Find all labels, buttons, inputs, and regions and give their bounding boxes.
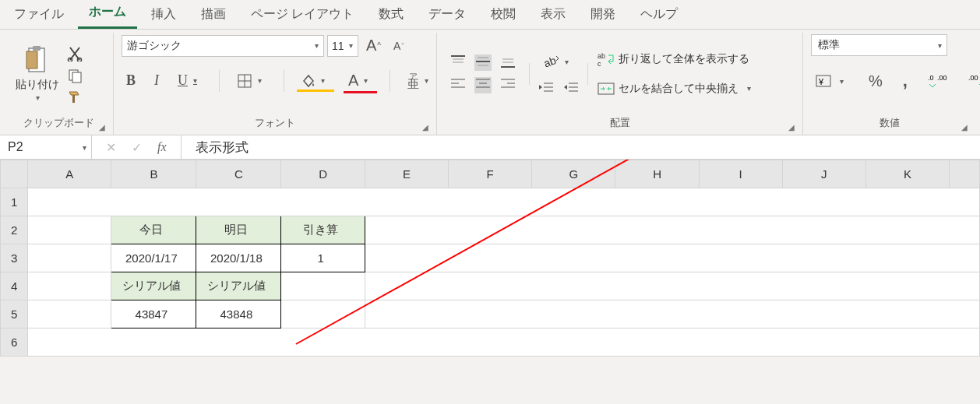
number-dialog-launcher-icon[interactable]: ◢ xyxy=(961,123,968,132)
cell[interactable] xyxy=(281,300,365,328)
decrease-decimal-icon[interactable]: .00.0 xyxy=(964,71,980,91)
col-header[interactable]: K xyxy=(865,160,949,188)
tab-developer[interactable]: 開発 xyxy=(580,2,626,29)
format-painter-icon[interactable] xyxy=(67,90,83,105)
cell[interactable] xyxy=(365,300,979,328)
row-header[interactable]: 6 xyxy=(1,328,28,357)
align-center-icon[interactable] xyxy=(474,77,492,93)
cancel-formula-icon[interactable]: ✕ xyxy=(98,137,124,158)
font-name-select[interactable]: 游ゴシック ▾ xyxy=(122,35,324,57)
tab-file[interactable]: ファイル xyxy=(3,2,75,29)
cell-grid[interactable]: A B C D E F G H I J K 1 2 今日 明日 引き算 3 20… xyxy=(0,160,980,357)
col-header[interactable]: D xyxy=(281,160,365,188)
cell[interactable] xyxy=(28,188,980,216)
col-header[interactable]: G xyxy=(532,160,615,188)
cell[interactable]: 2020/1/18 xyxy=(196,244,281,272)
paste-dropdown-icon[interactable]: ▾ xyxy=(31,93,44,102)
orientation-button[interactable]: ab▾ xyxy=(538,51,580,72)
copy-icon[interactable] xyxy=(67,68,83,83)
italic-button[interactable]: I xyxy=(150,70,164,91)
col-header[interactable]: I xyxy=(699,160,782,188)
wrap-text-button[interactable]: abc 折り返して全体を表示する xyxy=(596,49,757,69)
tab-data[interactable]: データ xyxy=(418,2,477,29)
align-middle-icon[interactable] xyxy=(474,54,492,71)
cell[interactable] xyxy=(365,216,979,244)
cell[interactable]: 43847 xyxy=(111,300,196,328)
phonetic-guide-button[interactable]: ア亜 ▾ xyxy=(403,70,438,91)
increase-font-icon[interactable]: A^ xyxy=(361,34,386,57)
row-header[interactable]: 3 xyxy=(1,244,28,272)
cell[interactable] xyxy=(365,244,979,272)
paste-label[interactable]: 貼り付け xyxy=(16,78,59,92)
tab-home[interactable]: ホーム xyxy=(78,0,137,29)
cell[interactable] xyxy=(28,244,111,272)
cell[interactable]: 2020/1/17 xyxy=(111,244,196,272)
row-header[interactable]: 4 xyxy=(1,272,28,300)
col-header[interactable]: C xyxy=(196,160,281,188)
align-left-icon[interactable] xyxy=(449,77,467,93)
comma-button[interactable]: , xyxy=(898,69,912,93)
select-all-corner[interactable] xyxy=(1,160,28,188)
cell[interactable]: シリアル値 xyxy=(196,272,281,300)
worksheet[interactable]: A B C D E F G H I J K 1 2 今日 明日 引き算 3 20… xyxy=(0,160,980,357)
col-header[interactable]: B xyxy=(111,160,196,188)
decrease-indent-icon[interactable] xyxy=(538,80,555,97)
cell[interactable]: 43848 xyxy=(196,300,281,328)
cell[interactable] xyxy=(28,216,111,244)
font-size-select[interactable]: 11 ▾ xyxy=(327,35,358,57)
clipboard-dialog-launcher-icon[interactable]: ◢ xyxy=(99,123,105,132)
tab-review[interactable]: 校閲 xyxy=(480,2,527,29)
row-header[interactable]: 1 xyxy=(1,188,28,216)
number-format-value: 標準 xyxy=(818,38,840,52)
cell[interactable] xyxy=(281,272,365,300)
enter-formula-icon[interactable]: ✓ xyxy=(124,137,150,158)
align-right-icon[interactable] xyxy=(499,77,516,93)
cell[interactable] xyxy=(365,272,979,300)
increase-decimal-icon[interactable]: .0.00 xyxy=(923,71,953,91)
tab-help[interactable]: ヘルプ xyxy=(629,2,689,29)
col-header[interactable]: J xyxy=(782,160,865,188)
number-format-select[interactable]: 標準 ▾ xyxy=(811,34,947,56)
col-header[interactable]: E xyxy=(365,160,448,188)
row-header[interactable]: 5 xyxy=(1,300,28,328)
alignment-group: ab▾ abc 折り返して全体を表示する セルを結合して中央揃え ▾ 配 xyxy=(437,33,803,135)
fx-icon[interactable]: fx xyxy=(150,137,174,157)
merge-center-button[interactable]: セルを結合して中央揃え ▾ xyxy=(596,79,757,99)
col-header[interactable]: A xyxy=(28,160,111,188)
align-bottom-icon[interactable] xyxy=(499,54,516,71)
name-box[interactable]: P2 ▾ xyxy=(0,135,92,159)
fill-color-button[interactable]: ▾ xyxy=(297,72,334,90)
align-top-icon[interactable] xyxy=(449,54,467,71)
tab-view[interactable]: 表示 xyxy=(530,2,576,29)
svg-text:.00: .00 xyxy=(968,74,978,82)
borders-button[interactable]: ▾ xyxy=(232,71,271,91)
font-color-button[interactable]: A▾ xyxy=(344,69,377,92)
tab-insert[interactable]: 挿入 xyxy=(140,2,187,29)
cell[interactable]: 1 xyxy=(281,244,365,272)
tab-formulas[interactable]: 数式 xyxy=(368,2,414,29)
col-header[interactable]: F xyxy=(449,160,532,188)
col-header[interactable]: H xyxy=(615,160,699,188)
cell[interactable] xyxy=(28,300,111,328)
bold-button[interactable]: B xyxy=(122,70,140,91)
percent-button[interactable]: % xyxy=(864,70,887,93)
cut-icon[interactable] xyxy=(67,46,83,61)
alignment-dialog-launcher-icon[interactable]: ◢ xyxy=(788,123,795,132)
cell[interactable] xyxy=(28,328,980,357)
cell[interactable]: 今日 xyxy=(111,216,196,244)
cell[interactable]: 引き算 xyxy=(281,216,365,244)
cell[interactable]: 明日 xyxy=(196,216,281,244)
cell[interactable]: シリアル値 xyxy=(111,272,196,300)
formula-input[interactable] xyxy=(181,135,980,159)
accounting-format-button[interactable]: ¥▾ xyxy=(811,71,853,91)
cell[interactable] xyxy=(28,272,111,300)
svg-text:¥: ¥ xyxy=(818,77,824,86)
tab-page-layout[interactable]: ページ レイアウト xyxy=(240,2,365,29)
row-header[interactable]: 2 xyxy=(1,216,28,244)
decrease-font-icon[interactable]: Aˇ xyxy=(389,37,408,54)
font-dialog-launcher-icon[interactable]: ◢ xyxy=(422,123,428,132)
col-header[interactable] xyxy=(950,160,980,188)
underline-button[interactable]: U ▾ xyxy=(173,70,206,91)
increase-indent-icon[interactable] xyxy=(562,80,580,97)
tab-draw[interactable]: 描画 xyxy=(190,2,237,29)
